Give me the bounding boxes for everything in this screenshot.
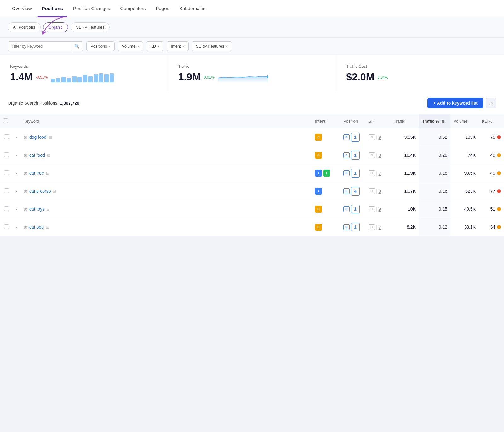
traffic-sparkline [218, 72, 268, 82]
add-keyword-icon[interactable]: ⊕ [23, 170, 27, 176]
expand-cell: › [13, 218, 20, 236]
row-checkbox[interactable] [4, 206, 9, 211]
expand-icon[interactable]: › [16, 225, 17, 229]
keyword-cell: ⊕ cat toys ⊟ [20, 200, 312, 218]
col-header-kd[interactable]: KD % [479, 114, 504, 128]
keyword-text[interactable]: cat toys [29, 207, 44, 212]
expand-icon[interactable]: › [16, 172, 17, 175]
keyword-text[interactable]: cat tree [29, 171, 44, 176]
row-checkbox-cell [0, 128, 13, 146]
keyword-cell: ⊕ cat tree ⊟ [20, 164, 312, 182]
position-value: 4 [351, 187, 360, 196]
positions-dropdown[interactable]: Positions ▾ [86, 41, 115, 51]
col-header-keyword: Keyword [20, 114, 312, 128]
expand-icon[interactable]: › [16, 154, 17, 157]
kd-cell: 49 [479, 146, 504, 164]
image-icon: ⊞ [343, 188, 350, 194]
camera-icon: ⊡ [369, 134, 375, 140]
tab-serp-features[interactable]: SERP Features [71, 22, 110, 32]
position-value: 1 [351, 151, 360, 160]
expand-icon[interactable]: › [16, 136, 17, 139]
select-all-checkbox[interactable] [3, 118, 8, 123]
nav-competitors[interactable]: Competitors [116, 0, 150, 17]
kd-value: 77 [490, 189, 495, 194]
expand-icon[interactable]: › [16, 207, 17, 211]
sf-cell: ⊡ | 8 [365, 146, 391, 164]
keywords-value: 1.4M [10, 71, 32, 83]
nav-overview[interactable]: Overview [8, 0, 36, 17]
table-title: Organic Search Positions: 1,367,720 [8, 101, 79, 106]
sf-cell: ⊡ | 9 [365, 200, 391, 218]
row-checkbox[interactable] [4, 188, 9, 193]
nav-positions[interactable]: Positions [37, 0, 68, 17]
position-cell: ⊞ 1 [340, 200, 365, 218]
camera-icon: ⊡ [369, 170, 375, 176]
add-keyword-icon[interactable]: ⊕ [23, 134, 27, 140]
add-keyword-icon[interactable]: ⊕ [23, 188, 27, 194]
nav-position-changes[interactable]: Position Changes [69, 0, 115, 17]
add-keyword-icon[interactable]: ⊕ [23, 206, 27, 212]
copy-icon[interactable]: ⊟ [49, 135, 52, 140]
expand-cell: › [13, 128, 20, 146]
search-input[interactable] [8, 42, 71, 51]
sub-tabs: All Positions Organic SERP Features [0, 17, 504, 38]
filters-bar: 🔍 Positions ▾ Volume ▾ KD ▾ Intent ▾ SER… [0, 38, 504, 55]
copy-icon[interactable]: ⊟ [46, 207, 50, 212]
expand-cell: › [13, 146, 20, 164]
keyword-text[interactable]: cat bed [29, 225, 44, 230]
intent-dropdown[interactable]: Intent ▾ [167, 41, 189, 51]
col-header-position[interactable]: Position [340, 114, 365, 128]
col-header-traffic-pct[interactable]: Traffic % ⇅ [419, 114, 450, 128]
intent-badge: I [315, 170, 322, 177]
volume-cell: 135K [450, 128, 479, 146]
settings-button[interactable]: ⚙ [486, 98, 496, 108]
expand-icon[interactable]: › [16, 190, 17, 193]
keyword-cell: ⊕ cane corso ⊟ [20, 182, 312, 200]
intent-cell: C [312, 200, 340, 218]
add-keyword-icon[interactable]: ⊕ [23, 224, 27, 230]
traffic-pct-cell: 0.15 [419, 200, 450, 218]
add-keyword-icon[interactable]: ⊕ [23, 152, 27, 158]
camera-icon: ⊡ [369, 152, 375, 158]
traffic-cost-label: Traffic Cost [346, 64, 494, 69]
row-checkbox[interactable] [4, 134, 9, 139]
copy-icon[interactable]: ⊟ [46, 171, 49, 176]
keyword-search[interactable]: 🔍 [8, 41, 83, 51]
sf-number[interactable]: 7 [379, 225, 381, 230]
serp-features-dropdown[interactable]: SERP Features ▾ [192, 41, 232, 51]
add-to-keyword-list-button[interactable]: + Add to keyword list [427, 98, 483, 108]
keyword-text[interactable]: cat food [29, 153, 45, 158]
volume-dropdown[interactable]: Volume ▾ [118, 41, 143, 51]
copy-icon[interactable]: ⊟ [47, 153, 50, 158]
tab-organic[interactable]: Organic [43, 22, 68, 32]
tab-all-positions[interactable]: All Positions [8, 22, 41, 32]
kd-cell: 77 [479, 182, 504, 200]
row-checkbox[interactable] [4, 170, 9, 175]
sf-number[interactable]: 8 [379, 189, 381, 194]
copy-icon[interactable]: ⊟ [53, 189, 56, 194]
kd-dropdown[interactable]: KD ▾ [146, 41, 163, 51]
intent-badge: I [315, 188, 322, 195]
position-cell: ⊞ 1 [340, 164, 365, 182]
row-checkbox[interactable] [4, 224, 9, 229]
row-checkbox[interactable] [4, 152, 9, 157]
sf-number[interactable]: 7 [379, 171, 381, 176]
intent-cell: I [312, 182, 340, 200]
search-button[interactable]: 🔍 [71, 42, 83, 51]
sf-number[interactable]: 9 [379, 207, 381, 212]
col-header-volume[interactable]: Volume [450, 114, 479, 128]
sf-number[interactable]: 8 [379, 153, 381, 158]
col-header-traffic: Traffic [391, 114, 419, 128]
sf-number[interactable]: 9 [379, 135, 381, 140]
nav-subdomains[interactable]: Subdomains [175, 0, 210, 17]
copy-icon[interactable]: ⊟ [46, 225, 49, 230]
table-section: Organic Search Positions: 1,367,720 + Ad… [0, 92, 504, 236]
keyword-cell: ⊕ dog food ⊟ [20, 128, 312, 146]
nav-pages[interactable]: Pages [151, 0, 174, 17]
table-row: › ⊕ dog food ⊟ C ⊞ 1 ⊡ | 9 [0, 128, 504, 146]
keyword-text[interactable]: dog food [29, 135, 47, 140]
chevron-down-icon: ▾ [109, 44, 111, 48]
chevron-down-icon: ▾ [158, 44, 159, 48]
row-checkbox-cell [0, 164, 13, 182]
keyword-text[interactable]: cane corso [29, 189, 51, 194]
